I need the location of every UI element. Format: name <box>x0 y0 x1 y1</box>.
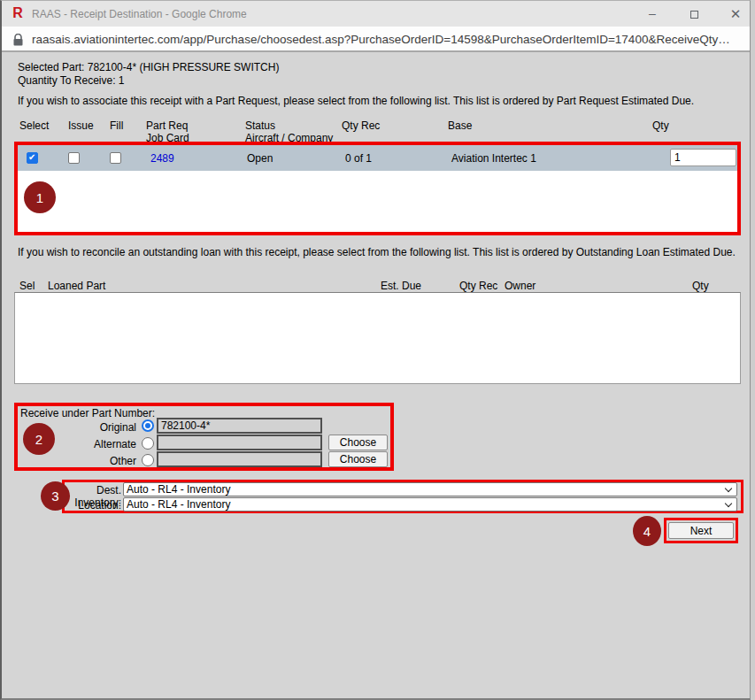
col-header-base: Base <box>448 119 472 132</box>
original-part-number-input[interactable] <box>157 418 322 434</box>
annotation-box-1: 2489 Open 0 of 1 Aviation Intertec 1 <box>14 142 741 235</box>
base-cell: Aviation Intertec 1 <box>451 152 536 165</box>
page-content: Selected Part: 782100-4* (HIGH PRESSURE … <box>2 54 750 698</box>
annotation-badge-2: 2 <box>23 423 55 455</box>
col-header-status: Status <box>245 119 275 132</box>
other-label: Other <box>18 455 136 467</box>
browser-window: R RAAS - Receipt Destination - Google Ch… <box>0 0 751 700</box>
issue-checkbox[interactable] <box>68 152 80 164</box>
col-header-issue: Issue <box>68 119 94 132</box>
other-radio[interactable] <box>142 454 154 466</box>
window-title: RAAS - Receipt Destination - Google Chro… <box>32 8 247 20</box>
qty-rec-cell: 0 of 1 <box>345 152 372 165</box>
job-card-link[interactable]: 2489 <box>150 152 174 165</box>
lock-icon <box>13 34 23 50</box>
selected-part-text: Selected Part: 782100-4* (HIGH PRESSURE … <box>18 61 279 73</box>
loan-col-qty-rec: Qty Rec <box>459 280 497 292</box>
address-bar[interactable]: raasais.aviationintertec.com/app/Purchas… <box>2 27 750 52</box>
loan-intro: If you wish to reconcile an outstanding … <box>18 246 736 259</box>
qty-input[interactable] <box>670 149 736 166</box>
select-checkbox[interactable] <box>27 152 38 164</box>
screenshot-stage: R RAAS - Receipt Destination - Google Ch… <box>0 0 755 700</box>
alternate-radio[interactable] <box>142 437 154 450</box>
location-value: Auto - RL4 - Inventory <box>127 498 230 511</box>
annotation-box-2: Receive under Part Number: Original Alte… <box>14 403 394 471</box>
loan-col-sel: Sel <box>19 280 35 292</box>
next-button[interactable]: Next <box>668 522 734 539</box>
dest-inventory-select[interactable]: Auto - RL4 - Inventory <box>123 482 737 496</box>
maximize-button[interactable] <box>679 1 709 27</box>
minimize-button[interactable]: – <box>637 1 667 27</box>
col-header-select: Select <box>19 119 49 132</box>
loan-col-loaned-part: Loaned Part <box>48 280 105 292</box>
loan-list <box>14 292 741 384</box>
other-part-number-input[interactable] <box>157 451 322 467</box>
quantity-to-receive-text: Quantity To Receive: 1 <box>18 74 125 87</box>
loan-col-owner: Owner <box>505 280 535 292</box>
col-header-qty-rec: Qty Rec <box>342 119 380 132</box>
part-request-intro: If you wish to associate this receipt wi… <box>18 95 743 108</box>
loan-col-est-due: Est. Due <box>381 280 421 292</box>
annotation-badge-4: 4 <box>633 516 661 546</box>
chevron-down-icon <box>725 485 732 492</box>
alternate-part-number-input[interactable] <box>157 435 322 450</box>
location-label: Location: <box>65 499 121 512</box>
dest-inventory-value: Auto - RL4 - Inventory <box>127 483 230 496</box>
close-button[interactable]: ✕ <box>720 1 751 27</box>
chevron-down-icon <box>725 500 732 507</box>
annotation-box-3: Dest. Inventory: Auto - RL4 - Inventory … <box>62 480 743 513</box>
choose-other-button[interactable]: Choose <box>328 451 388 467</box>
annotation-box-4: Next <box>664 518 738 543</box>
window-titlebar: R RAAS - Receipt Destination - Google Ch… <box>2 1 750 27</box>
loan-col-qty: Qty <box>692 280 709 292</box>
annotation-badge-1: 1 <box>24 181 56 213</box>
maximize-icon <box>690 11 698 19</box>
col-header-part-req: Part Req <box>146 119 188 132</box>
url-text[interactable]: raasais.aviationintertec.com/app/Purchas… <box>32 33 740 46</box>
fill-checkbox[interactable] <box>110 152 121 164</box>
status-cell: Open <box>247 152 273 165</box>
choose-alternate-button[interactable]: Choose <box>328 435 388 450</box>
part-request-row[interactable]: 2489 Open 0 of 1 Aviation Intertec 1 <box>18 145 737 171</box>
col-header-qty: Qty <box>652 119 669 132</box>
receive-under-legend: Receive under Part Number: <box>20 407 155 419</box>
receive-under-group: Receive under Part Number: Original Alte… <box>18 406 390 467</box>
annotation-badge-3: 3 <box>41 481 70 511</box>
original-radio[interactable] <box>142 419 154 432</box>
col-header-fill: Fill <box>110 119 123 132</box>
location-select[interactable]: Auto - RL4 - Inventory <box>123 497 737 512</box>
raas-favicon-icon: R <box>10 5 26 21</box>
